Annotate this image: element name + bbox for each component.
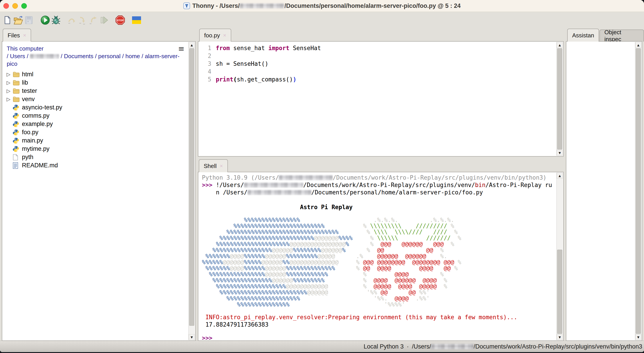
files-scrollbar[interactable]: ▲ ▼ [188,42,195,340]
scrollbar-thumb[interactable] [557,48,562,149]
resume-play-icon [99,15,109,25]
tree-item-label: example.py [22,121,53,127]
assistant-scrollbar[interactable]: ▲ ▼ [635,42,641,340]
tree-item-readme-md[interactable]: README.md [4,161,186,170]
redacted-username[interactable] [30,54,59,59]
editor-code[interactable]: from sense_hat import SenseHat sh = Sens… [211,42,321,156]
tree-item-example-py[interactable]: example.py [4,120,186,128]
save-file-button[interactable] [24,15,34,25]
python-file-icon [12,146,19,152]
redacted-username [240,3,284,8]
editor-scrollbar[interactable]: ▲ ▼ [556,42,563,156]
tab-shell[interactable]: Shell × [199,159,228,172]
tree-item-label: tester [22,87,37,94]
python-file-icon [12,137,19,144]
run-icon [40,15,50,25]
expand-arrow-icon[interactable]: ▷ [4,96,12,102]
shell-scrollbar[interactable]: ▲ ▼ [556,173,563,340]
tab-object-inspector[interactable]: Object inspec [600,29,644,42]
breadcrumb-root-link[interactable]: This computer [7,45,44,52]
step-out-button[interactable] [88,15,98,25]
expand-arrow-icon[interactable]: ▷ [4,72,12,77]
thonny-window: Thonny - /Users//Documents/personal/home… [0,0,644,352]
step-over-button[interactable] [66,15,77,25]
shell-tab-label: Shell [204,163,217,170]
scrollbar-thumb[interactable] [557,250,562,334]
window-title: Thonny - /Users//Documents/personal/home… [0,2,644,9]
object-inspector-tab-label: Object inspec [604,29,639,43]
debug-script-button[interactable] [50,15,61,25]
close-window-button[interactable] [3,3,9,9]
tree-item-pyth[interactable]: pyth [4,153,186,161]
files-tab-close-icon[interactable]: × [23,33,26,38]
scroll-down-icon[interactable]: ▼ [635,334,641,340]
scroll-down-icon[interactable]: ▼ [189,334,195,340]
tree-item-venv[interactable]: ▷venv [4,95,186,103]
minimize-window-button[interactable] [12,3,18,9]
step-into-button[interactable] [77,15,88,25]
new-file-button[interactable] [2,15,13,25]
tree-item-foo-py[interactable]: foo.py [4,128,186,136]
tab-files[interactable]: Files × [3,29,31,42]
run-script-button[interactable] [40,15,50,25]
new-file-icon [3,15,12,25]
tab-foo-py[interactable]: foo.py × [199,29,231,42]
resume-button[interactable] [98,15,109,25]
tree-item-comms-py[interactable]: comms.py [4,112,186,120]
save-icon [24,16,33,24]
python-file-icon [12,129,19,136]
window-controls [3,3,27,9]
document-icon [12,162,18,169]
editor-tab-close-icon[interactable]: × [223,33,226,38]
tree-item-label: mytime.py [22,145,50,152]
tree-item-asyncio-test-py[interactable]: asyncio-test.py [4,103,186,112]
tree-item-mytime-py[interactable]: mytime.py [4,145,186,153]
folder-icon [12,88,20,94]
interpreter-label[interactable]: Local Python 3 [364,343,404,350]
scrollbar-thumb[interactable] [636,48,641,334]
python-file-icon [12,112,19,119]
scroll-up-icon[interactable]: ▲ [557,42,563,48]
tree-item-html[interactable]: ▷html [4,70,186,78]
scrollbar-thumb[interactable] [189,48,194,326]
tree-item-label: lib [22,79,28,86]
status-bar: Local Python 3 · /Users/ /Documents/work… [0,341,644,352]
tab-assistant[interactable]: Assistant [567,29,599,42]
scroll-down-icon[interactable]: ▼ [557,334,563,340]
files-tab-label: Files [8,32,20,39]
title-bar: Thonny - /Users//Documents/personal/home… [0,0,644,12]
line-numbers: 12345 [198,42,211,156]
files-panel: This computer / Users / / Documents / pe… [2,41,196,341]
tree-item-label: asyncio-test.py [22,104,62,111]
stop-label: STOP [116,19,124,22]
redacted-username [279,175,333,180]
open-file-button[interactable] [13,15,24,25]
tree-item-label: main.py [22,137,43,144]
zoom-window-button[interactable] [21,3,27,9]
ukraine-flag-button[interactable] [131,15,142,25]
breadcrumb-segment[interactable]: / Users / [7,53,30,59]
stop-button[interactable]: STOP [115,15,126,25]
scroll-up-icon[interactable]: ▲ [635,42,641,48]
interpreter-path-suffix: /Documents/work/Astro-Pi-Replay/src/plug… [474,343,642,350]
ukraine-flag-icon [132,16,142,24]
breadcrumb-path[interactable]: / Users / / Documents / personal / home … [7,52,180,67]
scroll-down-icon[interactable]: ▼ [557,150,563,156]
tree-item-tester[interactable]: ▷tester [4,87,186,95]
thonny-app-icon [183,2,190,9]
expand-arrow-icon[interactable]: ▷ [4,88,12,94]
tree-item-lib[interactable]: ▷lib [4,78,186,87]
assistant-tab-label: Assistant [572,32,594,39]
debug-bug-icon [51,15,61,25]
expand-arrow-icon[interactable]: ▷ [4,80,12,85]
shell-output[interactable]: Python 3.10.9 (/Users//Documents/work/As… [198,172,556,341]
interpreter-path-prefix: /Users/ [412,343,431,350]
scroll-up-icon[interactable]: ▲ [189,42,195,48]
scroll-up-icon[interactable]: ▲ [557,173,563,179]
editor-text-area[interactable]: 12345 from sense_hat import SenseHat sh … [198,42,556,156]
tree-item-label: README.md [22,162,58,169]
folder-icon [12,71,20,78]
shell-tab-close-icon[interactable]: × [220,163,223,169]
files-menu-icon[interactable]: ≡ [178,45,185,52]
tree-item-main-py[interactable]: main.py [4,136,186,145]
